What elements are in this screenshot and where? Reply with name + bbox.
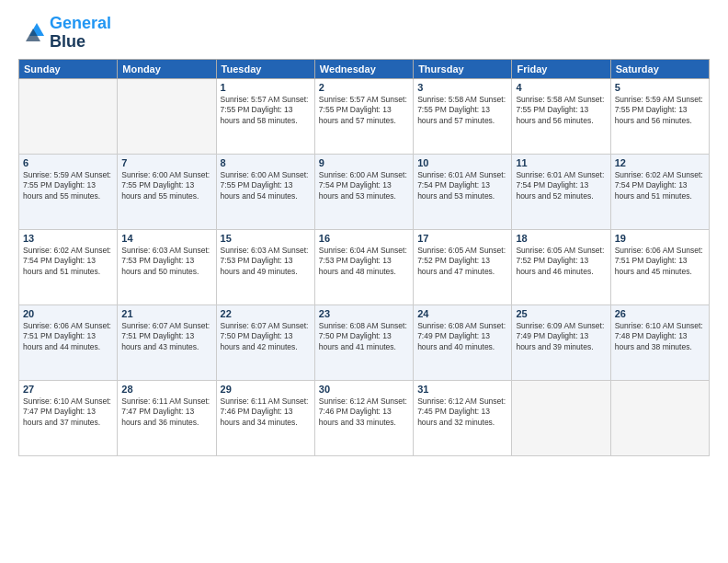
calendar-cell: 24Sunrise: 6:08 AM Sunset: 7:49 PM Dayli…	[414, 304, 512, 380]
calendar-cell: 15Sunrise: 6:03 AM Sunset: 7:53 PM Dayli…	[216, 229, 314, 304]
day-info: Sunrise: 6:02 AM Sunset: 7:54 PM Dayligh…	[23, 246, 113, 277]
calendar-cell: 7Sunrise: 6:00 AM Sunset: 7:55 PM Daylig…	[118, 154, 216, 229]
day-number: 24	[417, 308, 507, 319]
calendar-cell: 8Sunrise: 6:00 AM Sunset: 7:55 PM Daylig…	[216, 154, 314, 229]
calendar-cell: 2Sunrise: 5:57 AM Sunset: 7:55 PM Daylig…	[314, 78, 413, 154]
day-info: Sunrise: 5:57 AM Sunset: 7:55 PM Dayligh…	[319, 95, 409, 126]
weekday-header-tuesday: Tuesday	[216, 59, 314, 78]
day-number: 11	[516, 157, 606, 168]
calendar-cell	[19, 78, 118, 154]
calendar-cell: 27Sunrise: 6:10 AM Sunset: 7:47 PM Dayli…	[19, 380, 118, 455]
calendar-week-row: 1Sunrise: 5:57 AM Sunset: 7:55 PM Daylig…	[19, 78, 710, 154]
calendar-week-row: 13Sunrise: 6:02 AM Sunset: 7:54 PM Dayli…	[19, 229, 710, 304]
weekday-header-thursday: Thursday	[414, 59, 512, 78]
day-info: Sunrise: 6:10 AM Sunset: 7:47 PM Dayligh…	[23, 396, 113, 428]
day-number: 13	[23, 233, 113, 244]
calendar-cell: 13Sunrise: 6:02 AM Sunset: 7:54 PM Dayli…	[19, 229, 118, 304]
day-info: Sunrise: 6:00 AM Sunset: 7:55 PM Dayligh…	[121, 170, 211, 201]
day-info: Sunrise: 6:01 AM Sunset: 7:54 PM Dayligh…	[417, 170, 507, 201]
calendar-cell: 17Sunrise: 6:05 AM Sunset: 7:52 PM Dayli…	[414, 229, 512, 304]
day-info: Sunrise: 6:11 AM Sunset: 7:46 PM Dayligh…	[221, 396, 311, 428]
day-number: 27	[23, 384, 113, 395]
calendar-cell: 18Sunrise: 6:05 AM Sunset: 7:52 PM Dayli…	[512, 229, 610, 304]
day-info: Sunrise: 6:12 AM Sunset: 7:45 PM Dayligh…	[417, 396, 507, 428]
day-info: Sunrise: 6:00 AM Sunset: 7:54 PM Dayligh…	[319, 170, 409, 201]
calendar-cell: 22Sunrise: 6:07 AM Sunset: 7:50 PM Dayli…	[216, 304, 314, 380]
day-number: 6	[23, 157, 113, 168]
day-number: 12	[615, 157, 705, 168]
day-info: Sunrise: 5:59 AM Sunset: 7:55 PM Dayligh…	[615, 95, 705, 126]
day-info: Sunrise: 6:02 AM Sunset: 7:54 PM Dayligh…	[615, 170, 705, 201]
calendar-cell: 26Sunrise: 6:10 AM Sunset: 7:48 PM Dayli…	[610, 304, 709, 380]
day-number: 30	[319, 384, 409, 395]
calendar-cell: 16Sunrise: 6:04 AM Sunset: 7:53 PM Dayli…	[314, 229, 413, 304]
calendar-cell: 20Sunrise: 6:06 AM Sunset: 7:51 PM Dayli…	[19, 304, 118, 380]
day-info: Sunrise: 6:07 AM Sunset: 7:51 PM Dayligh…	[121, 321, 211, 352]
day-number: 16	[319, 233, 409, 244]
weekday-header-sunday: Sunday	[19, 59, 118, 78]
day-number: 28	[121, 384, 211, 395]
day-info: Sunrise: 6:09 AM Sunset: 7:49 PM Dayligh…	[516, 321, 606, 352]
logo: General Blue	[18, 15, 111, 52]
calendar-week-row: 6Sunrise: 5:59 AM Sunset: 7:55 PM Daylig…	[19, 154, 710, 229]
calendar-cell: 9Sunrise: 6:00 AM Sunset: 7:54 PM Daylig…	[314, 154, 413, 229]
day-info: Sunrise: 6:00 AM Sunset: 7:55 PM Dayligh…	[221, 170, 311, 201]
calendar-table: SundayMondayTuesdayWednesdayThursdayFrid…	[18, 59, 710, 456]
day-number: 2	[319, 82, 409, 93]
day-info: Sunrise: 6:12 AM Sunset: 7:46 PM Dayligh…	[319, 396, 409, 428]
day-info: Sunrise: 5:58 AM Sunset: 7:55 PM Dayligh…	[516, 95, 606, 126]
day-info: Sunrise: 5:58 AM Sunset: 7:55 PM Dayligh…	[417, 95, 507, 126]
calendar-cell: 25Sunrise: 6:09 AM Sunset: 7:49 PM Dayli…	[512, 304, 610, 380]
weekday-header-friday: Friday	[512, 59, 610, 78]
calendar-cell: 19Sunrise: 6:06 AM Sunset: 7:51 PM Dayli…	[610, 229, 709, 304]
calendar-cell: 30Sunrise: 6:12 AM Sunset: 7:46 PM Dayli…	[314, 380, 413, 455]
day-number: 26	[615, 308, 705, 319]
calendar-cell	[512, 380, 610, 455]
day-number: 14	[121, 233, 211, 244]
weekday-header-saturday: Saturday	[610, 59, 709, 78]
day-number: 18	[516, 233, 606, 244]
day-info: Sunrise: 6:08 AM Sunset: 7:50 PM Dayligh…	[319, 321, 409, 352]
day-number: 9	[319, 157, 409, 168]
day-number: 5	[615, 82, 705, 93]
calendar-cell: 14Sunrise: 6:03 AM Sunset: 7:53 PM Dayli…	[118, 229, 216, 304]
header: General Blue	[18, 15, 710, 52]
day-info: Sunrise: 6:03 AM Sunset: 7:53 PM Dayligh…	[221, 246, 311, 277]
calendar-cell	[118, 78, 216, 154]
day-info: Sunrise: 6:04 AM Sunset: 7:53 PM Dayligh…	[319, 246, 409, 277]
day-number: 15	[221, 233, 311, 244]
day-number: 7	[121, 157, 211, 168]
calendar-cell: 31Sunrise: 6:12 AM Sunset: 7:45 PM Dayli…	[414, 380, 512, 455]
day-number: 19	[615, 233, 705, 244]
calendar-cell: 10Sunrise: 6:01 AM Sunset: 7:54 PM Dayli…	[414, 154, 512, 229]
calendar-cell: 11Sunrise: 6:01 AM Sunset: 7:54 PM Dayli…	[512, 154, 610, 229]
calendar-week-row: 20Sunrise: 6:06 AM Sunset: 7:51 PM Dayli…	[19, 304, 710, 380]
day-number: 25	[516, 308, 606, 319]
weekday-header-row: SundayMondayTuesdayWednesdayThursdayFrid…	[19, 59, 710, 78]
day-number: 4	[516, 82, 606, 93]
day-info: Sunrise: 6:08 AM Sunset: 7:49 PM Dayligh…	[417, 321, 507, 352]
calendar-cell: 4Sunrise: 5:58 AM Sunset: 7:55 PM Daylig…	[512, 78, 610, 154]
day-info: Sunrise: 6:01 AM Sunset: 7:54 PM Dayligh…	[516, 170, 606, 201]
day-number: 22	[221, 308, 311, 319]
calendar-cell: 6Sunrise: 5:59 AM Sunset: 7:55 PM Daylig…	[19, 154, 118, 229]
weekday-header-wednesday: Wednesday	[314, 59, 413, 78]
weekday-header-monday: Monday	[118, 59, 216, 78]
calendar-cell: 1Sunrise: 5:57 AM Sunset: 7:55 PM Daylig…	[216, 78, 314, 154]
day-number: 23	[319, 308, 409, 319]
day-number: 1	[221, 82, 311, 93]
calendar-cell	[610, 380, 709, 455]
day-number: 10	[417, 157, 507, 168]
day-info: Sunrise: 6:10 AM Sunset: 7:48 PM Dayligh…	[615, 321, 705, 352]
day-number: 8	[221, 157, 311, 168]
calendar-cell: 3Sunrise: 5:58 AM Sunset: 7:55 PM Daylig…	[414, 78, 512, 154]
day-number: 21	[121, 308, 211, 319]
day-number: 20	[23, 308, 113, 319]
day-number: 31	[417, 384, 507, 395]
day-info: Sunrise: 5:59 AM Sunset: 7:55 PM Dayligh…	[23, 170, 113, 201]
day-info: Sunrise: 6:06 AM Sunset: 7:51 PM Dayligh…	[23, 321, 113, 352]
day-info: Sunrise: 5:57 AM Sunset: 7:55 PM Dayligh…	[221, 95, 311, 126]
day-info: Sunrise: 6:07 AM Sunset: 7:50 PM Dayligh…	[221, 321, 311, 352]
day-number: 29	[221, 384, 311, 395]
day-info: Sunrise: 6:05 AM Sunset: 7:52 PM Dayligh…	[516, 246, 606, 277]
